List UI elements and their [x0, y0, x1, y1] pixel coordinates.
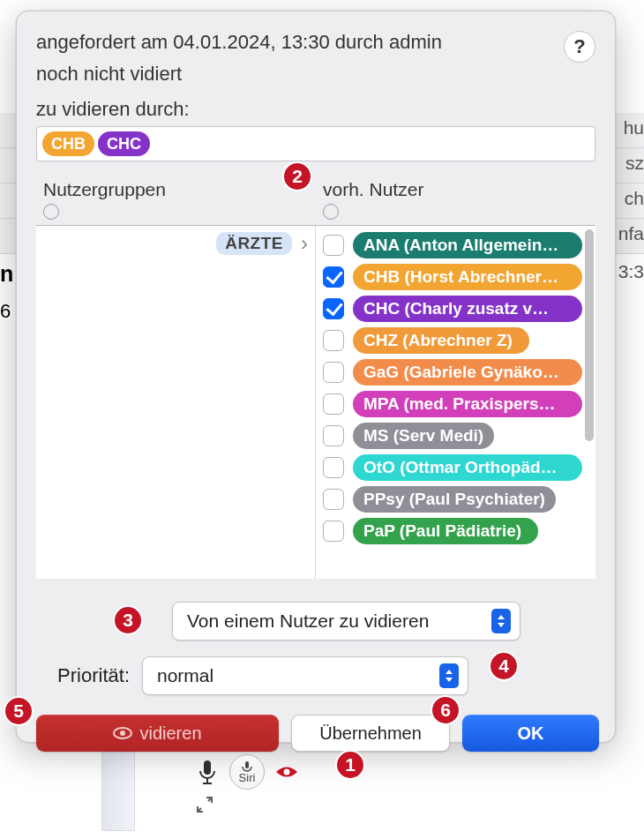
bg-fragment: hu	[624, 117, 644, 139]
user-row[interactable]: CHB (Horst Abrechner…	[321, 261, 590, 293]
bg-strip	[101, 746, 135, 831]
priority-label: Priorität:	[36, 664, 130, 687]
bg-fragment: nfa	[618, 223, 644, 244]
siri-button[interactable]: Siri	[229, 754, 265, 790]
vidieren-mode-select[interactable]: Von einem Nutzer zu vidieren	[172, 602, 520, 640]
status-line: noch nicht vidiert	[36, 63, 595, 86]
button-label: OK	[518, 723, 544, 744]
siri-label: Siri	[239, 772, 256, 783]
bg-fragment: sz	[625, 153, 644, 174]
user-row[interactable]: CHC (Charly zusatz v…	[321, 293, 590, 325]
group-item-aerzte[interactable]: ÄRZTE ›	[36, 226, 315, 261]
user-pill: CHB (Horst Abrechner…	[353, 264, 582, 290]
user-pill: PaP (Paul Pädiatrie)	[353, 518, 538, 544]
annotation-badge-6: 6	[431, 695, 461, 725]
user-checkbox[interactable]	[323, 298, 344, 319]
groups-heading: Nutzergruppen	[36, 174, 316, 202]
svg-point-4	[284, 769, 290, 775]
eye-icon	[113, 727, 132, 739]
user-pill: CHC (Charly zusatz v…	[353, 296, 582, 322]
button-label: vidieren	[139, 723, 201, 744]
vidieren-button[interactable]: vidieren	[36, 715, 279, 752]
user-checkbox[interactable]	[323, 362, 344, 383]
users-scrollbar[interactable]	[585, 229, 594, 575]
annotation-badge-5: 5	[4, 696, 34, 726]
help-button[interactable]: ?	[564, 31, 595, 63]
assigned-users-field[interactable]: CHB CHC	[36, 126, 595, 161]
annotation-badge-2: 2	[282, 161, 312, 191]
user-pill: MPA (med. Praxispers…	[353, 391, 582, 417]
users-heading: vorh. Nutzer	[316, 174, 595, 202]
bg-left-fragment: 6	[0, 300, 11, 323]
user-checkbox[interactable]	[323, 425, 344, 446]
microphone-icon[interactable]	[194, 754, 221, 790]
user-checkbox[interactable]	[323, 489, 344, 510]
annotation-badge-3: 3	[113, 605, 143, 635]
user-checkbox[interactable]	[323, 266, 344, 288]
vidieren-popover: ? angefordert am 04.01.2024, 13:30 durch…	[16, 11, 616, 743]
group-pill: ÄRZTE	[216, 232, 292, 255]
assigned-pill-chb[interactable]: CHB	[42, 131, 94, 156]
assigned-pill-chc[interactable]: CHC	[98, 131, 150, 156]
user-pill: OtO (Ottmar Orthopäd…	[353, 454, 582, 481]
user-row[interactable]: OtO (Ottmar Orthopäd…	[321, 452, 590, 483]
groups-filter-radio[interactable]	[43, 204, 59, 220]
groups-list[interactable]: ÄRZTE ›	[36, 226, 316, 579]
user-pill: ANA (Anton Allgemein…	[353, 232, 582, 258]
button-label: Übernehmen	[319, 723, 422, 744]
user-row[interactable]: GaG (Gabriele Gynäko…	[321, 356, 590, 388]
priority-select[interactable]: normal	[142, 656, 468, 695]
annotation-badge-4: 4	[489, 651, 519, 681]
user-row[interactable]: PPsy (Paul Psychiater)	[321, 483, 590, 515]
user-pill: CHZ (Abrechner Z)	[353, 327, 529, 354]
select-value: normal	[157, 665, 213, 686]
user-checkbox[interactable]	[323, 457, 344, 478]
requested-line: angefordert am 04.01.2024, 13:30 durch a…	[36, 31, 595, 54]
user-pill: MS (Serv Medi)	[353, 423, 494, 449]
bg-left-fragment: n	[0, 261, 13, 287]
user-row[interactable]: ANA (Anton Allgemein…	[321, 229, 590, 261]
user-row[interactable]: MPA (med. Praxispers…	[321, 388, 590, 420]
users-list[interactable]: ANA (Anton Allgemein… CHB (Horst Abrechn…	[316, 226, 595, 579]
user-checkbox[interactable]	[323, 521, 344, 542]
annotation-badge-1: 1	[335, 750, 365, 780]
vidieren-eye-icon[interactable]	[273, 759, 300, 785]
select-stepper-icon	[439, 663, 459, 688]
user-checkbox[interactable]	[323, 235, 344, 256]
editor-toolbar: Siri	[194, 754, 300, 790]
bg-fragment: ch	[625, 188, 644, 209]
ok-button[interactable]: OK	[462, 715, 599, 752]
user-row[interactable]: PaP (Paul Pädiatrie)	[321, 515, 590, 547]
assign-label: zu vidieren durch:	[36, 98, 595, 121]
select-stepper-icon	[491, 609, 511, 633]
user-pill: GaG (Gabriele Gynäko…	[353, 359, 582, 386]
user-row[interactable]: CHZ (Abrechner Z)	[321, 325, 590, 356]
user-row[interactable]: MS (Serv Medi)	[321, 420, 590, 452]
users-filter-radio[interactable]	[323, 204, 339, 220]
bg-time-fragment: 3:3	[618, 261, 644, 282]
uebernehmen-button[interactable]: Übernehmen	[291, 715, 450, 752]
user-checkbox[interactable]	[323, 393, 344, 415]
select-value: Von einem Nutzer zu vidieren	[187, 611, 429, 632]
user-checkbox[interactable]	[323, 330, 344, 351]
user-pill: PPsy (Paul Psychiater)	[353, 486, 556, 513]
chevron-right-icon: ›	[301, 231, 308, 256]
svg-rect-0	[204, 760, 211, 775]
expand-icon[interactable]	[196, 796, 213, 818]
svg-rect-3	[245, 761, 249, 768]
